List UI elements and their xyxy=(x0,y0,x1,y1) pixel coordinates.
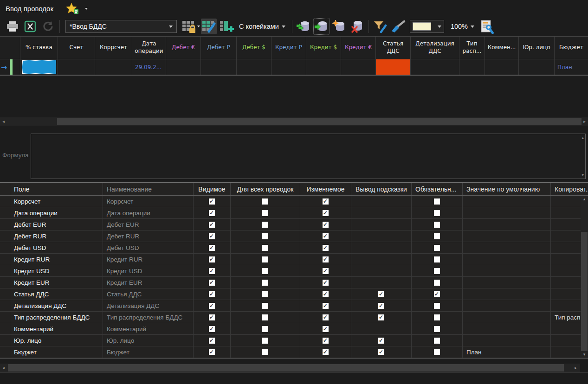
formula-scroll-up-arrow[interactable]: ▴ xyxy=(582,135,584,140)
visible-checkbox[interactable] xyxy=(209,210,215,216)
editable-checkbox[interactable] xyxy=(323,210,329,216)
required-checkbox[interactable] xyxy=(434,303,440,309)
debit-eur-cell[interactable] xyxy=(166,59,201,75)
visible-checkbox[interactable] xyxy=(209,233,215,239)
grid-col-header[interactable]: Кредит ₽ xyxy=(271,37,306,59)
grid-horizontal-scrollbar[interactable]: ◂ ▸ xyxy=(0,117,588,126)
grid-col-header[interactable]: Юр. лицо xyxy=(519,37,555,59)
editable-checkbox[interactable] xyxy=(323,291,329,297)
dds-detail-cell[interactable] xyxy=(411,59,459,75)
scroll-right-arrow[interactable]: ▸ xyxy=(572,364,579,372)
field-caption-cell[interactable]: Комментарий xyxy=(103,323,194,334)
distribution-type-cell[interactable] xyxy=(459,59,485,75)
field-caption-cell[interactable]: Дебет EUR xyxy=(103,219,194,230)
visible-checkbox[interactable] xyxy=(209,280,215,286)
grid-lock-caret[interactable] xyxy=(197,26,200,27)
for-all-transactions-checkbox[interactable] xyxy=(262,268,268,274)
field-caption-cell[interactable]: Детализация ДДС xyxy=(103,300,194,311)
for-all-transactions-checkbox[interactable] xyxy=(262,256,268,262)
credit-rur-cell[interactable] xyxy=(271,59,306,75)
editable-checkbox[interactable] xyxy=(323,314,329,320)
field-caption-cell[interactable]: Статья ДДС xyxy=(103,288,194,300)
editable-checkbox[interactable] xyxy=(323,256,329,262)
table-col-header[interactable]: Значение по умолчанию xyxy=(463,183,551,195)
filter-edit-button[interactable] xyxy=(373,19,388,34)
default-value-cell[interactable] xyxy=(463,219,551,230)
db-new-button[interactable] xyxy=(331,19,347,34)
credit-eur-cell[interactable] xyxy=(341,59,376,75)
visible-checkbox[interactable] xyxy=(209,222,215,228)
grid-col-header[interactable]: Бюджет xyxy=(555,37,588,59)
required-checkbox[interactable] xyxy=(434,222,440,228)
format-brush-button[interactable] xyxy=(390,19,406,34)
required-checkbox[interactable] xyxy=(434,291,440,297)
field-caption-cell[interactable]: Бюджет xyxy=(103,346,194,358)
for-all-transactions-checkbox[interactable] xyxy=(262,349,268,355)
debit-usd-cell[interactable] xyxy=(237,59,271,75)
grid-col-header[interactable]: Кредит $ xyxy=(306,37,341,59)
legal-entity-cell[interactable] xyxy=(519,59,555,75)
operation-date-cell[interactable]: 29.09.2... xyxy=(132,59,166,75)
refresh-button[interactable] xyxy=(40,19,56,34)
field-name-cell[interactable]: Тип распределения БДДС xyxy=(10,312,103,323)
table-col-header[interactable]: Копироват... xyxy=(551,183,588,195)
visible-checkbox[interactable] xyxy=(209,268,215,274)
field-name-cell[interactable]: Юр. лицо xyxy=(10,335,103,346)
default-value-cell[interactable] xyxy=(463,230,551,242)
grid-col-header[interactable]: Тип расп... xyxy=(459,37,485,59)
visible-checkbox[interactable] xyxy=(209,314,215,320)
credit-usd-cell[interactable] xyxy=(306,59,341,75)
default-value-cell[interactable] xyxy=(463,312,551,323)
field-caption-cell[interactable]: Дата операции xyxy=(103,207,194,218)
field-caption-cell[interactable]: Коррсчет xyxy=(103,196,194,207)
for-all-transactions-checkbox[interactable] xyxy=(262,338,268,344)
field-name-cell[interactable]: Дебет RUR xyxy=(10,230,103,242)
visible-checkbox[interactable] xyxy=(209,291,215,297)
default-value-cell[interactable]: План xyxy=(463,346,551,358)
for-all-transactions-checkbox[interactable] xyxy=(262,222,268,228)
selected-cell[interactable] xyxy=(22,60,56,74)
for-all-transactions-checkbox[interactable] xyxy=(262,198,268,205)
fill-color-selector[interactable] xyxy=(410,20,444,33)
scroll-left-arrow[interactable]: ◂ xyxy=(0,117,7,126)
grid-col-header[interactable]: Дебет ₽ xyxy=(201,37,237,59)
grid-col-header[interactable]: Детализация ДДС xyxy=(411,37,459,59)
for-all-transactions-checkbox[interactable] xyxy=(262,314,268,320)
editable-checkbox[interactable] xyxy=(323,198,329,205)
scroll-right-arrow[interactable]: ▸ xyxy=(581,117,588,126)
field-caption-cell[interactable]: Кредит RUR xyxy=(103,254,194,265)
table-vertical-scrollbar[interactable]: ▴ ▾ xyxy=(581,196,588,358)
scroll-down-arrow[interactable]: ▾ xyxy=(581,351,588,358)
required-checkbox[interactable] xyxy=(434,198,440,205)
comment-cell[interactable] xyxy=(485,59,519,75)
settings-button[interactable] xyxy=(479,19,495,34)
field-caption-cell[interactable]: Дебет RUR xyxy=(103,230,194,242)
visible-checkbox[interactable] xyxy=(209,256,215,262)
rate-cell[interactable] xyxy=(20,59,58,75)
editable-checkbox[interactable] xyxy=(323,280,329,286)
show-hint-checkbox[interactable] xyxy=(378,349,384,355)
grid-col-header[interactable]: Дебет $ xyxy=(237,37,271,59)
show-hint-checkbox[interactable] xyxy=(378,291,384,297)
field-name-cell[interactable]: Дебет EUR xyxy=(10,219,103,230)
zoom-selector[interactable]: 100% xyxy=(447,19,478,34)
scrollbar-thumb[interactable] xyxy=(581,232,588,351)
editable-checkbox[interactable] xyxy=(323,268,329,274)
add-column-button[interactable] xyxy=(219,19,234,34)
default-value-cell[interactable] xyxy=(463,335,551,346)
default-value-cell[interactable] xyxy=(463,288,551,300)
field-name-cell[interactable]: Бюджет xyxy=(10,346,103,358)
for-all-transactions-checkbox[interactable] xyxy=(262,280,268,286)
required-checkbox[interactable] xyxy=(434,256,440,262)
visible-checkbox[interactable] xyxy=(209,198,215,205)
field-name-cell[interactable]: Кредит USD xyxy=(10,265,103,276)
account-cell[interactable] xyxy=(58,59,95,75)
debit-rur-cell[interactable] xyxy=(201,59,237,75)
default-value-cell[interactable] xyxy=(463,323,551,334)
required-checkbox[interactable] xyxy=(434,268,440,274)
favorite-dropdown-caret[interactable] xyxy=(85,8,88,10)
visible-checkbox[interactable] xyxy=(209,245,215,251)
field-name-cell[interactable]: Коррсчет xyxy=(10,196,103,207)
db-delete-button[interactable] xyxy=(349,19,365,34)
table-col-header[interactable]: Наименование xyxy=(103,183,194,195)
